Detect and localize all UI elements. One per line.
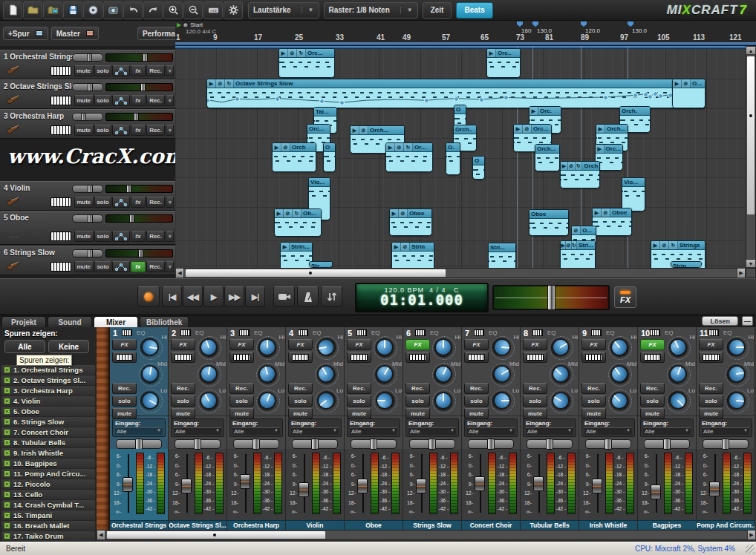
eq-hi-knob[interactable]: Hi: [137, 335, 167, 361]
pan-handle[interactable]: [487, 439, 495, 450]
track-volume-slider[interactable]: [72, 83, 103, 91]
channel-solo-button[interactable]: solo: [464, 395, 489, 407]
new-project-icon[interactable]: [3, 1, 22, 19]
channel-volume-fader[interactable]: [122, 451, 134, 519]
channel-solo-button[interactable]: solo: [640, 395, 665, 407]
import-project-icon[interactable]: [43, 1, 62, 19]
track-fx-button[interactable]: fx: [131, 197, 146, 208]
eq-hi-knob[interactable]: Hi: [313, 335, 343, 361]
mixer-scroll-thumb[interactable]: [106, 531, 326, 539]
checkbox-icon[interactable]: ✕: [4, 522, 10, 529]
channel-solo-button[interactable]: solo: [347, 395, 371, 407]
pan-handle[interactable]: [311, 439, 319, 450]
detach-panel-button[interactable]: Lösen: [702, 316, 738, 326]
clip-play-icon[interactable]: ▶: [281, 243, 290, 252]
channel-solo-button[interactable]: solo: [581, 395, 606, 407]
track-pan-meter[interactable]: [105, 185, 173, 193]
track-automation-button[interactable]: [112, 231, 130, 242]
channel-fx-button[interactable]: FX: [112, 339, 137, 350]
track-automation-button[interactable]: [112, 125, 130, 136]
channel-input-select[interactable]: Eingang: Alle▼: [229, 418, 283, 437]
video-camera-button[interactable]: [273, 286, 295, 307]
track-mute-button[interactable]: mute: [74, 261, 94, 272]
piano-keys-icon[interactable]: [50, 66, 71, 76]
eq-mid-knob[interactable]: Mid: [665, 361, 695, 388]
track-header[interactable]: 3 Orchestra Harp mute solo fx Rec. ▾: [0, 109, 175, 139]
track-list-item[interactable]: ✕9. Irish Whistle: [1, 448, 95, 458]
midi-clip[interactable]: ▶⊘↻Octave Strings Slow: [206, 79, 706, 108]
channel-rec-button[interactable]: Rec.: [581, 383, 606, 394]
track-options-caret[interactable]: ▾: [166, 65, 174, 76]
open-project-icon[interactable]: [23, 1, 42, 19]
export-video-icon[interactable]: [103, 1, 123, 19]
eq-hi-knob[interactable]: Hi: [431, 335, 460, 361]
redo-icon[interactable]: [143, 1, 163, 19]
clip-play-icon[interactable]: ▶: [275, 209, 284, 218]
timeline-ruler[interactable]: ▶ Start 120.0 4/4 C 160130.0120.0130.0 1…: [175, 21, 756, 46]
track-automation-button[interactable]: [112, 261, 130, 272]
track-mute-button[interactable]: mute: [74, 125, 94, 136]
track-solo-button[interactable]: solo: [94, 65, 112, 76]
channel-mute-button[interactable]: mute: [581, 408, 606, 419]
channel-mute-button[interactable]: mute: [405, 408, 430, 419]
checkbox-icon[interactable]: ✕: [4, 491, 10, 498]
master-volume-slider[interactable]: [492, 285, 610, 310]
checkbox-icon[interactable]: ✕: [4, 450, 10, 456]
beats-mode-button[interactable]: Beats: [456, 2, 492, 19]
track-rec-button[interactable]: Rec.: [146, 95, 166, 106]
mixer-scrollbar[interactable]: ◀ ▶: [97, 530, 756, 540]
clip-loop-icon[interactable]: ↻: [293, 209, 302, 218]
track-list-item[interactable]: ✕3. Orchestra Harp: [1, 386, 95, 395]
clip-no-loop-icon[interactable]: ⊘: [682, 79, 691, 88]
eq-hi-knob[interactable]: Hi: [489, 335, 519, 361]
track-rec-button[interactable]: Rec.: [146, 261, 166, 272]
clip-play-icon[interactable]: ▶: [386, 143, 395, 152]
channel-pan-slider[interactable]: [292, 439, 338, 449]
track-pan-meter[interactable]: [105, 83, 173, 91]
clip-no-loop-icon[interactable]: ⊘: [359, 126, 368, 135]
channel-mute-button[interactable]: mute: [171, 408, 195, 419]
eq-mid-knob[interactable]: Mid: [548, 361, 578, 388]
vscroll-thumb[interactable]: [746, 56, 755, 215]
channel-pan-slider[interactable]: [703, 439, 749, 449]
midi-clip[interactable]: ▶⊘↻Or...: [385, 142, 433, 172]
checkbox-icon[interactable]: ✕: [4, 512, 10, 519]
channel-volume-fader[interactable]: [180, 451, 193, 519]
track-automation-button[interactable]: [112, 197, 130, 208]
scroll-right-arrow[interactable]: ▶: [747, 530, 756, 540]
vertical-scrollbar[interactable]: ▲ ▼: [746, 46, 756, 268]
master-volume-handle[interactable]: [547, 285, 555, 310]
clip-play-icon[interactable]: ▶: [207, 79, 216, 88]
eq-mid-knob[interactable]: Mid: [196, 361, 226, 388]
channel-fx-button[interactable]: FX: [288, 339, 313, 350]
track-list-item[interactable]: ✕4. Violin: [1, 396, 95, 406]
clip-arrange-area[interactable]: ▶⊘↻Orc... ▶Orc.. ▶⊘↻Octave Strings Slow …: [175, 46, 756, 278]
checkbox-icon[interactable]: ✕: [4, 429, 10, 436]
midi-clip[interactable]: ▶⊘Strin: [391, 242, 434, 271]
eq-lo-knob[interactable]: Lo: [607, 388, 636, 415]
fader-handle[interactable]: [475, 476, 485, 491]
piano-keys-icon[interactable]: [50, 197, 71, 207]
master-track-button[interactable]: Master: [51, 27, 99, 40]
channel-fx-button[interactable]: FX: [699, 339, 723, 350]
checkbox-icon[interactable]: ✕: [4, 418, 10, 425]
track-solo-button[interactable]: solo: [94, 261, 112, 272]
start-marker[interactable]: ▶ Start: [177, 22, 203, 28]
pan-handle[interactable]: [135, 439, 143, 450]
fader-handle[interactable]: [709, 482, 720, 496]
undo-icon[interactable]: [123, 1, 143, 19]
clip-loop-icon[interactable]: ↻: [669, 241, 678, 250]
clip-no-loop-icon[interactable]: ⊘: [395, 143, 404, 152]
channel-keyboard-button[interactable]: [347, 352, 371, 363]
clip-play-icon[interactable]: ▶: [351, 126, 359, 135]
channel-input-select[interactable]: Eingang: Alle▼: [699, 418, 752, 437]
fader-handle[interactable]: [299, 482, 309, 497]
track-mute-button[interactable]: mute: [74, 231, 94, 242]
checkbox-icon[interactable]: ✕: [4, 502, 10, 508]
channel-pan-slider[interactable]: [175, 439, 221, 449]
channel-keyboard-button[interactable]: [640, 352, 665, 363]
channel-solo-button[interactable]: solo: [523, 395, 547, 407]
channel-keyboard-button[interactable]: [464, 352, 489, 363]
eq-hi-knob[interactable]: Hi: [372, 335, 402, 361]
channel-mute-button[interactable]: mute: [112, 408, 137, 419]
